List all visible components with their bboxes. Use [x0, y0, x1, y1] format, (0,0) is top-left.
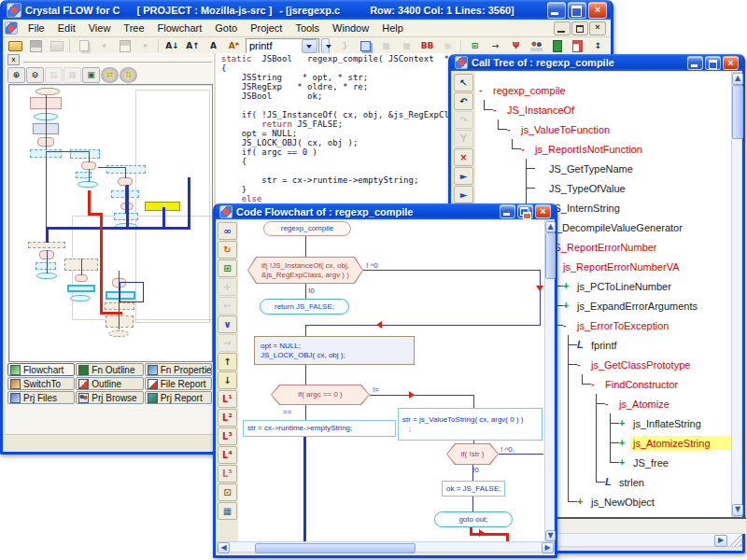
scroll-right-button[interactable]: ▶ — [542, 542, 554, 553]
menu-view[interactable]: View — [82, 21, 118, 35]
mdi-close-button[interactable]: × — [589, 21, 606, 35]
panel-close-button[interactable]: x — [7, 54, 20, 65]
scroll-thumb[interactable] — [545, 232, 556, 279]
menu-help[interactable]: Help — [375, 21, 410, 35]
tree-bullet-icon[interactable]: + — [619, 453, 630, 472]
flow-node-cond-instanceof[interactable]: if( !JS_InstanceOf( cx, obj,&js_RegExpCl… — [247, 257, 363, 284]
tab-prj-files[interactable]: Prj Files — [7, 391, 75, 404]
toolbar-button-find-in-files[interactable]: A* — [224, 37, 244, 54]
tree-bullet-icon[interactable]: + — [619, 433, 630, 453]
toolbar-button-level-1[interactable]: L¹ — [218, 390, 237, 408]
tree-bullet-icon[interactable]: + — [563, 276, 574, 296]
overview-canvas[interactable] — [8, 84, 213, 362]
menu-file[interactable]: File — [21, 21, 51, 35]
flow-node-start[interactable]: regexp_compile — [263, 221, 351, 236]
scroll-down-button[interactable]: ▼ — [545, 530, 556, 541]
toolbar-button-refresh[interactable]: ↻ — [218, 241, 237, 259]
calltree-item[interactable]: -regexp_compile — [475, 80, 731, 100]
mdi-minimize-button[interactable] — [554, 21, 571, 35]
calltree-item[interactable]: JS_TypeOfValue — [475, 178, 731, 198]
flow-node-opt-null[interactable]: opt = NULL;JS_LOCK_OBJ( cx, obj ); — [254, 336, 415, 365]
tab-outline[interactable]: Outline — [76, 377, 143, 390]
flowchart-restore-button[interactable] — [517, 204, 533, 218]
combo-dropdown-button[interactable] — [302, 39, 317, 53]
flow-node-goto-out[interactable]: goto out; — [434, 511, 513, 527]
toolbar-button-level-2[interactable]: L² — [218, 409, 237, 427]
search-combo[interactable]: printf — [246, 38, 319, 54]
flow-node-return-false[interactable]: return JS_FALSE; — [260, 299, 349, 315]
calltree-item[interactable]: -js_ReportIsNotFunction — [475, 139, 731, 159]
tree-bullet-icon[interactable]: - — [605, 394, 616, 413]
menu-goto[interactable]: Goto — [208, 21, 244, 35]
toolbar-button-fit-width[interactable]: ⇄ — [101, 67, 119, 83]
menu-tree[interactable]: Tree — [117, 21, 150, 35]
toolbar-button-level-4[interactable]: L⁴ — [218, 446, 237, 464]
tab-prj-browse[interactable]: Prj Browse — [76, 391, 143, 404]
scroll-right-button[interactable]: ▶ — [714, 535, 727, 547]
toolbar-button-file-report[interactable] — [568, 37, 587, 54]
toolbar-button-zoom-out[interactable]: ⊖ — [26, 67, 44, 83]
flowchart-close-button[interactable]: × — [535, 204, 551, 218]
scroll-left-button[interactable]: ◀ — [218, 542, 230, 553]
flowchart-minimize-button[interactable] — [500, 204, 515, 218]
flow-node-ok-false[interactable]: ok = JS_FALSE; — [442, 481, 505, 497]
tab-file-report[interactable]: File Report — [145, 377, 212, 390]
scroll-thumb[interactable] — [255, 543, 416, 553]
resize-grip[interactable] — [729, 534, 741, 546]
toolbar-button-zoom-in[interactable]: ⊕ — [7, 67, 25, 83]
toolbar-button-open[interactable] — [6, 37, 25, 54]
toolbar-button-fit-height[interactable]: ⇅ — [120, 67, 137, 83]
toolbar-button-undo[interactable]: ↶ — [454, 92, 473, 110]
toolbar-button-sort[interactable]: ↕ — [588, 37, 608, 54]
toolbar-button-collapse[interactable]: ∨ — [218, 315, 237, 333]
tab-fn-properties[interactable]: Fn Properties — [145, 363, 212, 376]
toolbar-button-down[interactable]: ↓ — [218, 371, 237, 389]
main-titlebar[interactable]: Crystal FLOW for C [ PROJECT : Mozilla-j… — [3, 0, 611, 20]
scroll-thumb[interactable] — [732, 85, 743, 139]
tree-bullet-icon[interactable]: - — [591, 374, 602, 394]
calltree-maximize-button[interactable] — [705, 56, 721, 70]
menu-project[interactable]: Project — [244, 21, 289, 35]
toolbar-button-report[interactable]: ▦ — [218, 502, 237, 520]
tree-bullet-icon[interactable]: + — [619, 413, 630, 433]
minimize-button[interactable] — [547, 2, 566, 19]
tab-prj-report[interactable]: Prj Report — [145, 391, 212, 404]
toolbar-button-find-next[interactable]: A↓ — [162, 37, 182, 54]
menu-flowchart[interactable]: Flowchart — [151, 21, 209, 35]
flow-node-str-valuetostring[interactable]: str = js_ValueToString( cx, argv( 0 ) ) … — [398, 408, 543, 441]
tree-bullet-icon[interactable]: - — [479, 80, 490, 100]
flowchart-titlebar[interactable]: Code Flowchart of : regexp_compile × — [216, 203, 555, 219]
menu-tools[interactable]: Tools — [289, 21, 326, 35]
tab-flowchart[interactable]: Flowchart — [7, 363, 75, 376]
tree-bullet-icon[interactable]: - — [507, 119, 518, 139]
flowchart-hscrollbar[interactable]: ◀ ▶ — [217, 541, 555, 553]
calltree-item[interactable]: -js_ValueToFunction — [475, 119, 731, 139]
toolbar-button-select-add[interactable]: ► — [454, 186, 473, 203]
tab-fn-outline[interactable]: Fn Outline — [76, 363, 143, 376]
toolbar-button-select[interactable]: ► — [454, 167, 473, 185]
tree-bullet-icon[interactable]: - — [563, 315, 574, 335]
toolbar-button-find[interactable]: ∞ — [218, 222, 237, 240]
tree-bullet-icon[interactable]: - — [493, 100, 504, 119]
tree-bullet-icon[interactable]: - — [577, 355, 588, 374]
tree-bullet-icon[interactable]: L — [605, 472, 616, 492]
toolbar-button-level-3[interactable]: L³ — [218, 427, 237, 445]
tree-bullet-icon[interactable]: L — [577, 335, 588, 355]
toolbar-button-level-5[interactable]: L⁵ — [218, 465, 237, 483]
toolbar-button-call-tree[interactable]: Ψ — [506, 37, 526, 54]
close-button[interactable]: × — [588, 2, 607, 19]
toolbar-button-find-prev[interactable]: A↑ — [183, 37, 203, 54]
tree-bullet-icon[interactable]: - — [521, 139, 532, 159]
toolbar-button-block[interactable] — [547, 37, 567, 54]
toolbar-button-capture[interactable]: ▣ — [82, 67, 100, 83]
search-history-button[interactable] — [321, 38, 330, 54]
calltree-close-button[interactable]: × — [723, 56, 739, 70]
toolbar-button-goto-line[interactable]: ⊡ — [218, 483, 237, 501]
toolbar-button-flowchart[interactable]: ⊞ — [465, 37, 485, 54]
flowchart-canvas[interactable]: regexp_compileif( !JS_InstanceOf( cx, ob… — [238, 220, 544, 542]
calltree-minimize-button[interactable] — [687, 56, 703, 70]
maximize-button[interactable] — [568, 2, 586, 19]
search-input[interactable]: printf — [247, 40, 302, 51]
panel-grip[interactable] — [23, 58, 212, 63]
calltree-item[interactable]: -JS_InstanceOf — [475, 100, 731, 119]
